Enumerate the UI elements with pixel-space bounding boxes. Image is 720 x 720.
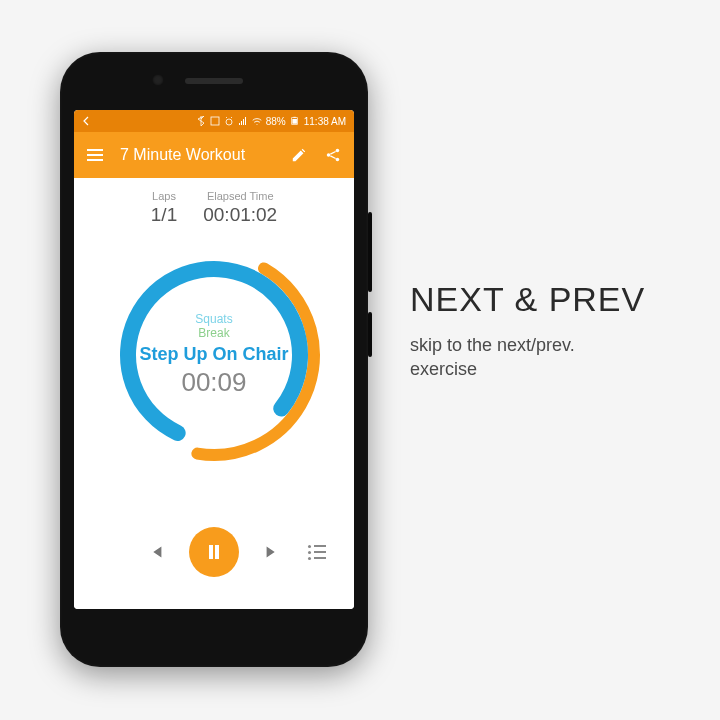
svg-rect-4 xyxy=(292,119,297,124)
progress-ring: Squats Break Step Up On Chair 00:09 xyxy=(99,240,329,470)
clock-text: 11:38 AM xyxy=(304,116,346,127)
marketing-copy: NEXT & PREV skip to the next/prev. exerc… xyxy=(410,280,680,382)
marketing-heading: NEXT & PREV xyxy=(410,280,680,319)
nfc-icon xyxy=(210,116,220,126)
share-icon[interactable] xyxy=(324,146,342,164)
phone-screen: 88% 11:38 AM 7 Minute Workout Laps 1/1 xyxy=(74,110,354,609)
edit-icon[interactable] xyxy=(290,146,308,164)
battery-icon xyxy=(290,116,300,126)
back-arrow-icon xyxy=(82,116,92,126)
prev-button[interactable] xyxy=(145,541,167,563)
pause-button[interactable] xyxy=(189,527,239,577)
workout-content: Laps 1/1 Elapsed Time 00:01:02 Squats xyxy=(74,178,354,609)
svg-rect-3 xyxy=(293,117,296,118)
svg-point-6 xyxy=(327,153,331,157)
stats-row: Laps 1/1 Elapsed Time 00:01:02 xyxy=(151,190,277,226)
laps-stat: Laps 1/1 xyxy=(151,190,177,226)
playback-controls xyxy=(84,509,344,599)
app-title: 7 Minute Workout xyxy=(120,146,274,164)
laps-label: Laps xyxy=(151,190,177,202)
marketing-body: skip to the next/prev. exercise xyxy=(410,333,680,382)
svg-point-7 xyxy=(336,158,340,162)
svg-rect-0 xyxy=(211,117,219,125)
countdown-timer: 00:09 xyxy=(181,367,246,398)
svg-point-1 xyxy=(226,119,232,125)
break-label: Break xyxy=(198,326,229,340)
phone-camera xyxy=(152,74,164,86)
menu-icon[interactable] xyxy=(86,146,104,164)
svg-rect-11 xyxy=(215,545,219,559)
previous-exercise: Squats xyxy=(195,312,232,326)
phone-frame: 88% 11:38 AM 7 Minute Workout Laps 1/1 xyxy=(60,52,368,667)
signal-icon xyxy=(238,116,248,126)
bluetooth-icon xyxy=(196,116,206,126)
status-bar: 88% 11:38 AM xyxy=(74,110,354,132)
phone-speaker xyxy=(185,78,243,84)
laps-value: 1/1 xyxy=(151,204,177,226)
svg-rect-10 xyxy=(209,545,213,559)
alarm-icon xyxy=(224,116,234,126)
list-button[interactable] xyxy=(308,545,326,560)
wifi-icon xyxy=(252,116,262,126)
svg-point-5 xyxy=(336,149,340,153)
next-button[interactable] xyxy=(261,541,283,563)
current-exercise: Step Up On Chair xyxy=(139,344,288,365)
ring-center: Squats Break Step Up On Chair 00:09 xyxy=(99,240,329,470)
elapsed-value: 00:01:02 xyxy=(203,204,277,226)
app-bar: 7 Minute Workout xyxy=(74,132,354,178)
elapsed-label: Elapsed Time xyxy=(203,190,277,202)
elapsed-stat: Elapsed Time 00:01:02 xyxy=(203,190,277,226)
battery-percent: 88% xyxy=(266,116,286,127)
